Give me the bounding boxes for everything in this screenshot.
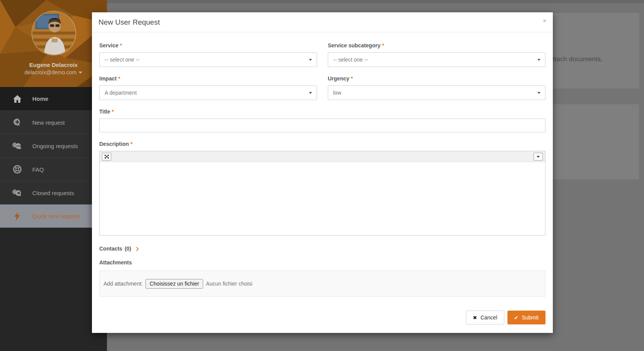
- avatar-photo: [32, 12, 75, 55]
- close-icon[interactable]: ×: [543, 17, 546, 24]
- add-attachment-label: Add attachment:: [103, 281, 143, 287]
- title-input[interactable]: [99, 119, 546, 132]
- urgency-select[interactable]: low: [328, 85, 546, 100]
- description-rich-text-editor: [99, 151, 546, 236]
- urgency-label: Urgency*: [328, 75, 546, 82]
- background-text-fragment: ttach documents,: [553, 55, 602, 63]
- service-subcategory-field-group: Service subcategory* -- select one --: [328, 42, 546, 67]
- service-subcategory-label: Service subcategory*: [328, 42, 546, 48]
- attachments-panel: Add attachment: Choisissez un fichier Au…: [99, 271, 546, 297]
- chevron-down-icon: [537, 156, 540, 158]
- required-asterisk: *: [382, 42, 384, 48]
- service-label: Service*: [99, 42, 317, 48]
- file-status-text: Aucun fichier choisi: [206, 281, 252, 287]
- user-name: Eugene Delacroix: [0, 62, 107, 68]
- urgency-field-group: Urgency* low: [328, 75, 546, 100]
- required-asterisk: *: [351, 75, 353, 82]
- impact-field-group: Impact* A department: [99, 75, 317, 100]
- required-asterisk: *: [118, 75, 120, 82]
- chevron-down-icon: [309, 59, 312, 61]
- description-input[interactable]: [100, 162, 545, 235]
- sidebar-item-label: Quick new request: [32, 213, 80, 219]
- check-mark-icon: ✔: [514, 315, 519, 321]
- background-top-strip: [107, 0, 644, 3]
- impact-select-value: A department: [105, 90, 137, 96]
- impact-label: Impact*: [99, 75, 317, 82]
- service-label-text: Service: [99, 42, 118, 48]
- service-subcategory-select-value: -- select one --: [333, 57, 368, 63]
- sidebar-menu: Home New request: [0, 87, 107, 228]
- editor-toolbar: [100, 151, 545, 162]
- modal-title: New User Request: [98, 18, 160, 27]
- x-mark-icon: ✖: [473, 315, 477, 321]
- sidebar-item-new-request[interactable]: New request: [0, 110, 107, 134]
- chevron-down-icon: [537, 92, 541, 94]
- contacts-count: (0): [125, 246, 131, 252]
- bolt-icon: [12, 212, 23, 221]
- sidebar-item-ongoing-requests[interactable]: Ongoing requests: [0, 134, 107, 157]
- service-select[interactable]: -- select one --: [99, 52, 317, 67]
- chevron-down-icon: [78, 72, 82, 74]
- service-field-group: Service* -- select one --: [99, 42, 317, 67]
- title-label-text: Title: [99, 109, 110, 115]
- urgency-label-text: Urgency: [328, 75, 349, 82]
- cancel-button[interactable]: ✖ Cancel: [466, 311, 504, 324]
- sidebar-user-panel: Eugene Delacroix delacroix@demo.com: [0, 0, 107, 87]
- description-label-text: Description: [99, 141, 129, 147]
- title-field-group: Title*: [99, 109, 546, 132]
- page-root: ttach documents,: [0, 0, 644, 351]
- sidebar-item-quick-new-request[interactable]: Quick new request: [0, 204, 107, 228]
- description-label: Description*: [99, 141, 546, 147]
- required-asterisk: *: [130, 141, 132, 147]
- sidebar-item-label: FAQ: [32, 166, 44, 173]
- service-select-value: -- select one --: [105, 57, 139, 63]
- sidebar-item-label: Ongoing requests: [32, 143, 78, 149]
- chevron-right-icon: [134, 247, 138, 251]
- modal-footer: ✖ Cancel ✔ Submit: [99, 311, 546, 324]
- service-subcategory-select[interactable]: -- select one --: [328, 52, 546, 67]
- sidebar-item-label: Home: [32, 95, 48, 102]
- modal-body: Service* -- select one -- Service subcat…: [92, 32, 553, 324]
- sidebar-item-home[interactable]: Home: [0, 87, 107, 110]
- submit-button-label: Submit: [522, 314, 539, 321]
- service-subcategory-label-text: Service subcategory: [328, 42, 380, 48]
- new-user-request-modal: New User Request × Service* -- select on…: [92, 12, 553, 333]
- chevron-down-icon: [537, 59, 541, 61]
- sidebar-item-closed-requests[interactable]: Closed requests: [0, 181, 107, 204]
- contacts-expander[interactable]: Contacts (0): [99, 246, 546, 252]
- description-field-group: Description*: [99, 141, 546, 236]
- cancel-button-label: Cancel: [480, 314, 497, 321]
- sidebar-item-label: Closed requests: [32, 190, 74, 196]
- user-email-menu[interactable]: delacroix@demo.com: [0, 69, 107, 75]
- closed-requests-icon: [12, 189, 23, 197]
- user-email-text: delacroix@demo.com: [25, 69, 77, 75]
- maximize-icon[interactable]: [102, 153, 111, 160]
- required-asterisk: *: [112, 109, 114, 115]
- modal-header: New User Request ×: [92, 12, 553, 32]
- sidebar-item-label: New request: [32, 119, 65, 126]
- faq-icon: [12, 165, 23, 174]
- home-icon: [12, 95, 23, 103]
- avatar[interactable]: [32, 11, 76, 55]
- title-label: Title*: [99, 109, 546, 115]
- contacts-label: Contacts: [99, 246, 122, 252]
- chevron-down-icon: [309, 92, 312, 94]
- urgency-select-value: low: [333, 90, 341, 96]
- sidebar: Eugene Delacroix delacroix@demo.com Home: [0, 0, 107, 351]
- attachments-heading: Attachments: [99, 259, 546, 266]
- required-asterisk: *: [120, 42, 122, 48]
- impact-select[interactable]: A department: [99, 85, 317, 100]
- submit-button[interactable]: ✔ Submit: [507, 311, 546, 324]
- impact-label-text: Impact: [99, 75, 117, 82]
- choose-file-button[interactable]: Choisissez un fichier: [145, 279, 203, 289]
- new-request-icon: [12, 118, 23, 127]
- ongoing-requests-icon: [12, 142, 23, 150]
- format-dropdown-icon[interactable]: [534, 153, 543, 160]
- sidebar-item-faq[interactable]: FAQ: [0, 157, 107, 181]
